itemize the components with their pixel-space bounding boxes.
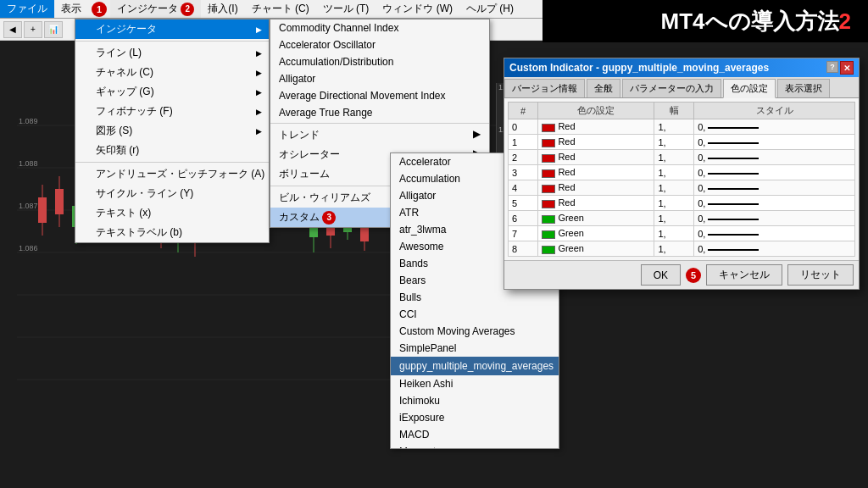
dialog-ok-button[interactable]: OK [641,264,681,286]
badge-3: 3 [322,211,336,225]
menu-help[interactable]: ヘルプ (H) [459,0,520,18]
dialog-close-btn[interactable]: ✕ [840,61,854,75]
dialog-cancel-button[interactable]: キャンセル [706,264,782,286]
menu-l1-arrow[interactable]: 矢印類 (r) [75,141,269,160]
menu-custom-iexposure[interactable]: iExposure [391,409,559,426]
menu-cci[interactable]: Commodity Channel Index [270,19,489,36]
table-row: 5 Red 1, 0, [509,196,855,211]
menu-bar: ファイル 表示 1 インジケータ 2 挿入(I) チャート (C) ツール (T… [0,0,542,19]
table-row: 7 Green 1, 0, [509,226,855,241]
table-row: 2 Red 1, 0, [509,150,855,165]
toolbar-zoom[interactable]: + [24,21,42,38]
color-swatch-2 [542,154,555,163]
svg-text:1.087: 1.087 [19,202,38,210]
tab-version[interactable]: バージョン情報 [504,79,585,97]
menu-custom-simplepanel[interactable]: SimplePanel [391,340,559,357]
svg-text:1.089: 1.089 [19,117,38,125]
table-row: 6 Green 1, 0, [509,211,855,226]
tab-params[interactable]: パラメーターの入力 [622,79,721,97]
table-row: 3 Red 1, 0, [509,165,855,180]
menu-l1-channel[interactable]: チャネル (C) [75,63,269,82]
menu-custom-guppy[interactable]: guppy_multiple_moving_averages 4 [391,357,559,375]
color-swatch-3 [542,169,555,178]
menu-indicator[interactable]: インジケータ 2 [110,0,201,18]
title-banner: MT4への導入方法2 [542,0,868,42]
dialog-footer: OK 5 キャンセル リセット [504,260,859,289]
menu-l1-shape[interactable]: 図形 (S) [75,121,269,141]
separator3 [270,123,489,124]
dialog-titlebar: Custom Indicator - guppy_multiple_moving… [504,58,859,77]
separator2 [75,162,269,163]
tab-display[interactable]: 表示選択 [777,79,830,97]
tab-general[interactable]: 全般 [587,79,620,97]
col-width: 幅 [654,103,694,119]
dialog-help-btn[interactable]: ? [826,61,838,73]
separator [75,41,269,42]
dialog-title: Custom Indicator - guppy_multiple_moving… [509,62,769,74]
menu-trend[interactable]: トレンド▶ [270,125,489,145]
menu-badge1: 1 [88,2,110,17]
svg-text:1.086: 1.086 [19,244,38,252]
color-swatch-5 [542,200,555,208]
badge-5: 5 [686,268,701,283]
svg-text:1.088: 1.088 [19,159,38,168]
menu-custom-heiken[interactable]: Heiken Ashi [391,375,559,392]
menu-l1-indicator-item[interactable]: インジケータ [75,19,269,39]
table-row: 4 Red 1, 0, [509,180,855,196]
menu-alligator[interactable]: Alligator [270,70,489,87]
menu-l1-line[interactable]: ライン (L) [75,43,269,63]
color-swatch-1 [542,139,555,147]
menu-l1-fibonacci[interactable]: フィボナッチ (F) [75,102,269,121]
menu-insert[interactable]: 挿入(I) [201,0,244,18]
menu-custom-ichimoku[interactable]: Ichimoku [391,392,559,409]
svg-rect-12 [38,197,47,223]
menu-l1-gap[interactable]: ギャップ (G) [75,82,269,102]
menu-atr[interactable]: Average True Range [270,104,489,121]
col-num: # [509,103,538,119]
col-color: 色の設定 [538,103,654,119]
menu-l1-cycle[interactable]: サイクル・ライン (Y) [75,184,269,203]
menu-accelerator[interactable]: Accelerator Oscillator [270,36,489,53]
dialog-content: # 色の設定 幅 スタイル 0 Red 1, 0, 1 Red 1, 0, [504,98,859,260]
tab-colors[interactable]: 色の設定 [723,79,776,98]
menu-custom-cci[interactable]: CCI [391,306,559,323]
menu-chart[interactable]: チャート (C) [245,0,316,18]
badge-2: 2 [181,3,194,16]
color-swatch-7 [542,230,555,239]
toolbar-chart-type[interactable]: 📊 [44,21,63,38]
menu-file[interactable]: ファイル [0,0,54,18]
color-swatch-4 [542,185,555,193]
color-swatch-6 [542,215,555,224]
color-swatch-8 [542,246,555,254]
dialog-tabs: バージョン情報 全般 パラメーターの入力 色の設定 表示選択 [504,77,859,98]
menu-view[interactable]: 表示 [54,0,88,18]
menu-custom-macd[interactable]: MACD [391,426,559,443]
menu-custom-bulls[interactable]: Bulls [391,289,559,306]
svg-rect-14 [55,189,64,214]
menu-accum-dist[interactable]: Accumulation/Distribution [270,53,489,70]
menu-custom-moving-averages[interactable]: Custom Moving Averages [391,323,559,340]
menu-custom-momentum[interactable]: Momentum [391,443,559,449]
dialog-reset-button[interactable]: リセット [787,264,854,286]
badge-1: 1 [92,2,107,17]
title-number: 2 [839,8,851,34]
dialog-controls: ? ✕ [826,61,854,75]
title-text: MT4への導入方法2 [661,7,851,36]
menu-l1-text[interactable]: テキスト (x) [75,203,269,223]
menu-window[interactable]: ウィンドウ (W) [376,0,459,18]
menu-l1-andrews[interactable]: アンドリューズ・ピッチフォーク (A) [75,164,269,184]
color-settings-table: # 色の設定 幅 スタイル 0 Red 1, 0, 1 Red 1, 0, [508,102,855,257]
menu-admi[interactable]: Average Directional Movement Index [270,87,489,104]
menu-l1-textlabel[interactable]: テキストラベル (b) [75,223,269,242]
table-row: 1 Red 1, 0, [509,135,855,150]
toolbar-back[interactable]: ◀ [3,21,22,38]
table-row: 0 Red 1, 0, [509,119,855,135]
table-row: 8 Green 1, 0, [509,241,855,257]
color-swatch-0 [542,124,555,132]
col-style: スタイル [694,103,855,119]
custom-indicator-dialog: Custom Indicator - guppy_multiple_moving… [504,58,860,290]
menu-tools[interactable]: ツール (T) [316,0,376,18]
menu-l1-indicator: インジケータ ライン (L) チャネル (C) ギャップ (G) フィボナッチ … [75,19,270,243]
